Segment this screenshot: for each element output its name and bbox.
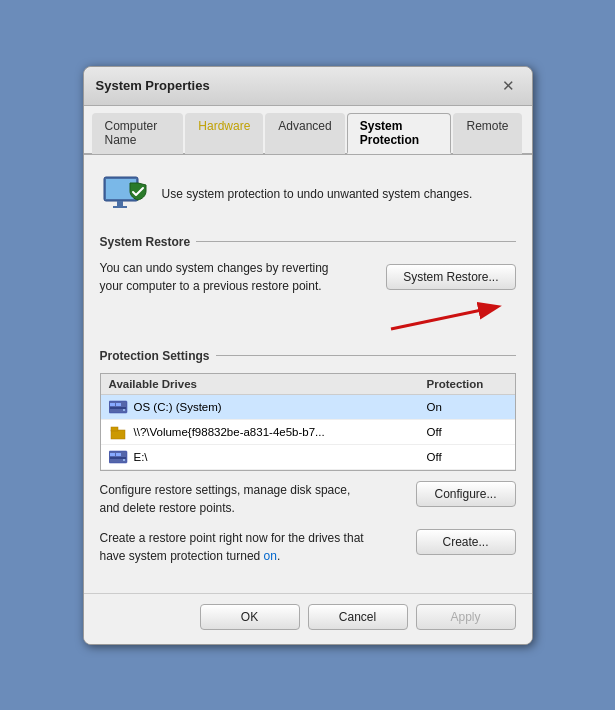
info-text: Use system protection to undo unwanted s…	[162, 185, 473, 203]
svg-rect-9	[110, 407, 126, 409]
tab-computer-name[interactable]: Computer Name	[92, 113, 184, 154]
dialog-footer: OK Cancel Apply	[84, 593, 532, 644]
svg-rect-2	[117, 201, 123, 206]
configure-button[interactable]: Configure...	[416, 481, 516, 507]
restore-description: You can undo system changes by reverting…	[100, 259, 377, 295]
tab-hardware[interactable]: Hardware	[185, 113, 263, 154]
tab-remote[interactable]: Remote	[453, 113, 521, 154]
protection-settings-title: Protection Settings	[100, 349, 516, 363]
drive-icon-e	[109, 449, 129, 465]
restore-row: You can undo system changes by reverting…	[100, 259, 516, 295]
ok-button[interactable]: OK	[200, 604, 300, 630]
drive-label-volume: \\?\Volume{f98832be-a831-4e5b-b7...	[134, 426, 325, 438]
svg-rect-16	[110, 457, 126, 459]
window-title: System Properties	[96, 78, 210, 93]
drive-icon-os	[109, 399, 129, 415]
drive-name-e: E:\	[109, 449, 427, 465]
protection-settings-section: Protection Settings Available Drives Pro…	[100, 349, 516, 565]
svg-point-17	[123, 459, 125, 461]
tab-system-protection[interactable]: System Protection	[347, 113, 452, 154]
on-link[interactable]: on	[264, 549, 277, 563]
tab-advanced[interactable]: Advanced	[265, 113, 344, 154]
drives-table-header: Available Drives Protection	[101, 374, 515, 395]
svg-rect-7	[110, 403, 115, 406]
drive-protection-os: On	[427, 401, 507, 413]
apply-button[interactable]: Apply	[416, 604, 516, 630]
drive-label-os: OS (C:) (System)	[134, 401, 222, 413]
create-button[interactable]: Create...	[416, 529, 516, 555]
arrow-indicator	[100, 303, 516, 333]
system-restore-section: System Restore You can undo system chang…	[100, 235, 516, 333]
red-arrow-icon	[386, 299, 506, 339]
drive-name-os: OS (C:) (System)	[109, 399, 427, 415]
content-area: Use system protection to undo unwanted s…	[84, 155, 532, 593]
drive-row[interactable]: OS (C:) (System) On	[101, 395, 515, 420]
svg-rect-15	[116, 453, 121, 456]
svg-rect-8	[116, 403, 121, 406]
cancel-button[interactable]: Cancel	[308, 604, 408, 630]
title-bar: System Properties ✕	[84, 67, 532, 106]
drive-name-volume: \\?\Volume{f98832be-a831-4e5b-b7...	[109, 424, 427, 440]
header-available-drives: Available Drives	[109, 378, 427, 390]
svg-line-5	[391, 307, 496, 329]
shield-computer-icon	[100, 169, 150, 219]
header-protection: Protection	[427, 378, 507, 390]
drive-protection-volume: Off	[427, 426, 507, 438]
create-description: Create a restore point right now for the…	[100, 529, 406, 565]
drive-protection-e: Off	[427, 451, 507, 463]
drives-table: Available Drives Protection	[100, 373, 516, 471]
svg-rect-14	[110, 453, 115, 456]
system-restore-button[interactable]: System Restore...	[386, 264, 515, 290]
close-button[interactable]: ✕	[498, 75, 520, 97]
tab-bar: Computer Name Hardware Advanced System P…	[84, 106, 532, 155]
svg-point-10	[123, 409, 125, 411]
drive-row[interactable]: E:\ Off	[101, 445, 515, 470]
info-banner: Use system protection to undo unwanted s…	[100, 169, 516, 219]
drive-icon-volume	[109, 424, 129, 440]
drive-row[interactable]: \\?\Volume{f98832be-a831-4e5b-b7... Off	[101, 420, 515, 445]
configure-description: Configure restore settings, manage disk …	[100, 481, 406, 517]
configure-row: Configure restore settings, manage disk …	[100, 481, 516, 517]
svg-rect-3	[113, 206, 127, 208]
svg-rect-11	[111, 430, 125, 439]
system-properties-dialog: System Properties ✕ Computer Name Hardwa…	[83, 66, 533, 645]
svg-rect-12	[111, 427, 118, 431]
drive-label-e: E:\	[134, 451, 148, 463]
system-restore-title: System Restore	[100, 235, 516, 249]
create-row: Create a restore point right now for the…	[100, 529, 516, 565]
